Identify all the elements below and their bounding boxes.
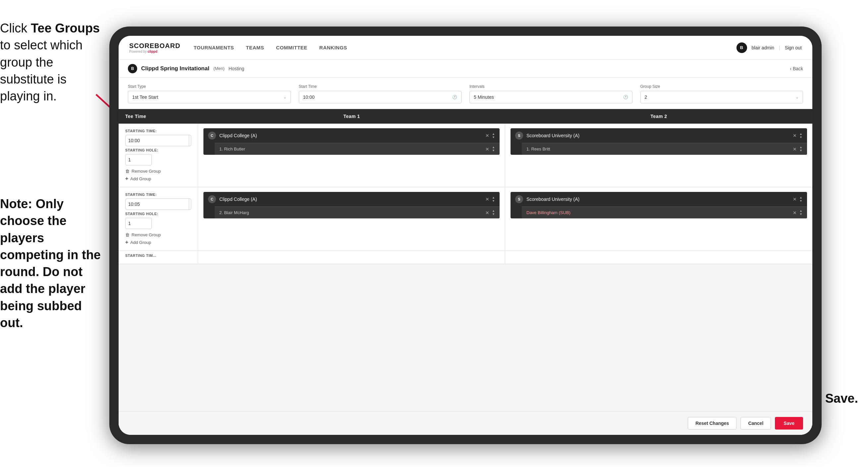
player-remove-1-1-1[interactable]: ✕ xyxy=(485,146,489,152)
breadcrumb-badge: (Men) xyxy=(213,66,225,71)
slot-controls-1-2: ✕ ▲ ▼ xyxy=(485,196,495,203)
player-slot-1-2-1: 2. Blair McHarg ✕ ▲ ▼ xyxy=(215,206,500,218)
slot-remove-1-1[interactable]: ✕ xyxy=(485,133,489,138)
player-down-1-2-1[interactable]: ▼ xyxy=(492,213,495,216)
player-controls-1-2-1: ✕ ▲ ▼ xyxy=(485,209,495,216)
time-icon-2: 🕐 xyxy=(189,199,191,209)
start-type-input[interactable]: 1st Tee Start ⌄ xyxy=(128,91,291,104)
reset-changes-button[interactable]: Reset Changes xyxy=(688,417,737,430)
team-name-2-2: Scoreboard University (A) xyxy=(526,197,789,202)
time-field-1[interactable] xyxy=(126,138,189,143)
nav-links: TOURNAMENTS TEAMS COMMITTEE RANKINGS xyxy=(193,45,736,50)
slot-controls-2-1: ✕ ▲ ▼ xyxy=(793,133,802,139)
player-up-1-2-1[interactable]: ▲ xyxy=(492,209,495,212)
team-slot-2-2: S Scoreboard University (A) ✕ ▲ ▼ xyxy=(510,192,807,218)
save-button[interactable]: Save xyxy=(775,417,803,430)
player-remove-2-2-1[interactable]: ✕ xyxy=(793,210,797,215)
player-name-1-1-1: 1. Rich Butler xyxy=(219,146,482,151)
starting-time-label-3: STARTING TIM... xyxy=(125,254,191,258)
settings-row: Start Type 1st Tee Start ⌄ Start Time 10… xyxy=(119,78,812,109)
breadcrumb-hosting: Hosting xyxy=(228,66,244,71)
team1-cell-1: C Clippd College (A) ✕ ▲ ▼ xyxy=(198,124,505,187)
nav-teams[interactable]: TEAMS xyxy=(246,45,264,50)
hole-field-1[interactable] xyxy=(126,157,152,163)
add-group-btn-1[interactable]: Add Group xyxy=(125,176,191,182)
slot-up-2-2[interactable]: ▲ xyxy=(799,196,802,199)
time-input-2[interactable]: 🕐 xyxy=(125,199,191,210)
slot-up-1-2[interactable]: ▲ xyxy=(492,196,495,199)
breadcrumb-title: Clippd Spring Invitational xyxy=(141,65,209,72)
slot-arrows-1-2: ▲ ▼ xyxy=(492,196,495,203)
team-slot-2-1: S Scoreboard University (A) ✕ ▲ ▼ xyxy=(510,128,807,155)
scroll-content: STARTING TIME: 🕐 STARTING HOLE: ▲ ▼ xyxy=(119,124,812,411)
table-header: Tee Time Team 1 Team 2 xyxy=(119,109,812,124)
slot-arrows-2-1: ▲ ▼ xyxy=(799,133,802,139)
team-slot-header-2-2: S Scoreboard University (A) ✕ ▲ ▼ xyxy=(510,192,807,206)
player-up-1-1-1[interactable]: ▲ xyxy=(492,146,495,149)
back-button[interactable]: Back xyxy=(790,66,803,71)
hole-input-2[interactable]: ▲ ▼ xyxy=(125,218,152,229)
slot-up-2-1[interactable]: ▲ xyxy=(799,133,802,136)
slot-down-2-2[interactable]: ▼ xyxy=(799,200,802,203)
signout-link[interactable]: Sign out xyxy=(785,45,802,50)
team2-cell-3 xyxy=(505,251,812,264)
player-slot-2-2-1: Dave Billingham (SUB) ✕ ▲ ▼ xyxy=(522,206,807,218)
team-name-1-2: Clippd College (A) xyxy=(219,197,482,202)
slot-remove-2-1[interactable]: ✕ xyxy=(793,133,797,138)
group-sidebar-1: STARTING TIME: 🕐 STARTING HOLE: ▲ ▼ xyxy=(119,124,198,187)
intervals-input[interactable]: 5 Minutes 🕐 xyxy=(469,91,632,104)
team-icon-1-1: C xyxy=(208,132,216,140)
col-tee-time: Tee Time xyxy=(119,109,198,124)
start-type-label: Start Type xyxy=(128,84,291,89)
add-group-btn-2[interactable]: Add Group xyxy=(125,239,191,245)
slot-remove-1-2[interactable]: ✕ xyxy=(485,197,489,202)
hole-input-1[interactable]: ▲ ▼ xyxy=(125,154,152,166)
slot-down-1-1[interactable]: ▼ xyxy=(492,136,495,139)
navbar: SCOREBOARD Powered by clippd TOURNAMENTS… xyxy=(119,36,812,60)
instruction-main: Click Tee Groups to select which group t… xyxy=(0,20,106,105)
scoreboard-logo: SCOREBOARD xyxy=(129,42,180,50)
nav-tournaments[interactable]: TOURNAMENTS xyxy=(193,45,234,50)
team-slot-header-1-1: C Clippd College (A) ✕ ▲ ▼ xyxy=(204,128,500,143)
player-remove-1-2-1[interactable]: ✕ xyxy=(485,210,489,215)
team-name-1-1: Clippd College (A) xyxy=(219,133,482,138)
slot-down-1-2[interactable]: ▼ xyxy=(492,200,495,203)
team-icon-2-1: S xyxy=(515,132,523,140)
breadcrumb-icon: B xyxy=(128,64,137,73)
team-icon-1-2: C xyxy=(208,195,216,203)
tablet-frame: SCOREBOARD Powered by clippd TOURNAMENTS… xyxy=(109,27,822,444)
cancel-button[interactable]: Cancel xyxy=(740,417,771,430)
remove-group-btn-2[interactable]: Remove Group xyxy=(125,232,191,237)
player-remove-2-1-1[interactable]: ✕ xyxy=(793,146,797,152)
player-arrows-1-2-1: ▲ ▼ xyxy=(492,209,495,216)
player-up-2-2-1[interactable]: ▲ xyxy=(799,209,802,212)
col-team1: Team 1 xyxy=(198,109,505,124)
slot-controls-1-1: ✕ ▲ ▼ xyxy=(485,133,495,139)
nav-rankings[interactable]: RANKINGS xyxy=(319,45,347,50)
player-down-1-1-1[interactable]: ▼ xyxy=(492,149,495,152)
nav-committee[interactable]: COMMITTEE xyxy=(276,45,307,50)
slot-down-2-1[interactable]: ▼ xyxy=(799,136,802,139)
player-up-2-1-1[interactable]: ▲ xyxy=(799,146,802,149)
team2-cell-2: S Scoreboard University (A) ✕ ▲ ▼ xyxy=(505,187,812,251)
start-time-input[interactable]: 10:00 🕐 xyxy=(299,91,462,104)
logo-area: SCOREBOARD Powered by clippd xyxy=(129,42,180,53)
hole-field-2[interactable] xyxy=(126,221,152,226)
player-down-2-1-1[interactable]: ▼ xyxy=(799,149,802,152)
bottom-bar: Reset Changes Cancel Save xyxy=(119,411,812,435)
instruction-note: Note: Only choose the players competing … xyxy=(0,196,106,331)
player-down-2-2-1[interactable]: ▼ xyxy=(799,213,802,216)
player-slot-1-1-1: 1. Rich Butler ✕ ▲ ▼ xyxy=(215,143,500,155)
team-name-2-1: Scoreboard University (A) xyxy=(526,133,789,138)
group-sidebar-2: STARTING TIME: 🕐 STARTING HOLE: ▲ ▼ xyxy=(119,187,198,251)
col-team2: Team 2 xyxy=(505,109,812,124)
time-input-1[interactable]: 🕐 xyxy=(125,135,191,146)
slot-remove-2-2[interactable]: ✕ xyxy=(793,197,797,202)
slot-up-1-1[interactable]: ▲ xyxy=(492,133,495,136)
group-size-label: Group Size xyxy=(641,84,803,89)
player-name-2-1-1: 1. Rees Britt xyxy=(526,146,789,151)
remove-group-btn-1[interactable]: Remove Group xyxy=(125,169,191,174)
time-field-2[interactable] xyxy=(126,202,189,207)
group-size-input[interactable]: 2 ⌄ xyxy=(641,91,803,104)
player-controls-2-1-1: ✕ ▲ ▼ xyxy=(793,146,802,152)
